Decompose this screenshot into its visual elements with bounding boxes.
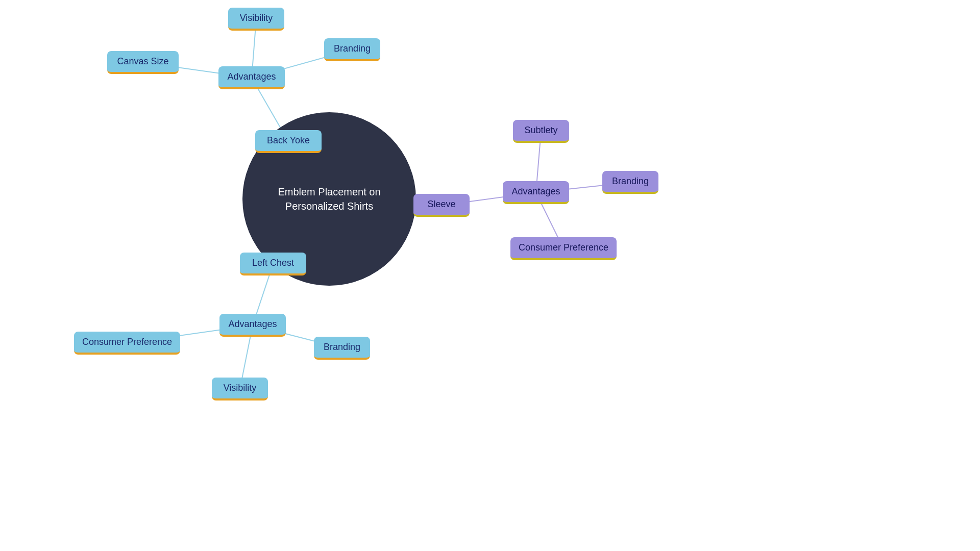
node-label: Advantages [228,319,277,330]
node-visibility-bottom[interactable]: Visibility [212,378,268,400]
node-advantages-bottom[interactable]: Advantages [219,314,286,337]
node-label: Back Yoke [267,135,310,146]
node-label: Advantages [227,71,276,82]
node-label: Branding [324,342,360,353]
node-consumer-pref-bottom[interactable]: Consumer Preference [74,332,180,355]
node-label: Consumer Preference [519,242,608,253]
node-label: Sleeve [427,199,455,210]
node-label: Advantages [511,186,560,197]
node-label: Branding [612,176,649,187]
node-label: Consumer Preference [82,337,172,347]
node-canvas-size[interactable]: Canvas Size [107,51,179,74]
node-label: Left Chest [252,258,294,268]
node-subtlety[interactable]: Subtlety [513,120,569,143]
node-advantages-top[interactable]: Advantages [218,66,285,89]
center-label: Emblem Placement onPersonalized Shirts [278,185,380,213]
node-label: Canvas Size [117,56,168,67]
node-branding-top[interactable]: Branding [324,38,380,61]
node-visibility-top[interactable]: Visibility [228,8,284,31]
node-branding-bottom[interactable]: Branding [314,337,370,360]
node-label: Subtlety [524,125,557,136]
node-label: Branding [334,43,371,54]
node-back-yoke[interactable]: Back Yoke [255,130,322,153]
node-left-chest[interactable]: Left Chest [240,253,306,276]
node-label: Visibility [224,383,257,393]
node-sleeve[interactable]: Sleeve [413,194,470,217]
node-branding-right[interactable]: Branding [602,171,658,194]
node-label: Visibility [240,13,273,23]
node-consumer-pref-right[interactable]: Consumer Preference [510,237,617,260]
node-advantages-right[interactable]: Advantages [503,181,569,204]
